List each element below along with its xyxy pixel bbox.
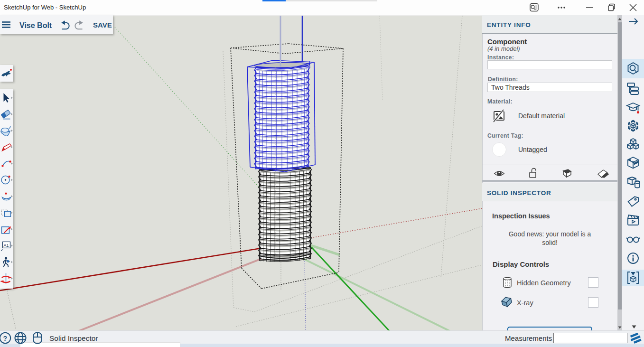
svg-text:A1: A1 (4, 243, 9, 248)
svg-text:SAVE: SAVE (93, 21, 112, 29)
svg-text:Vise Bolt: Vise Bolt (19, 21, 52, 29)
svg-text:?: ? (3, 335, 8, 342)
